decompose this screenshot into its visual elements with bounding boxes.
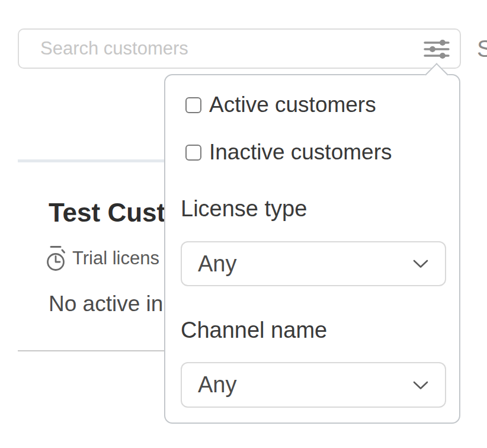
inactive-customers-checkbox[interactable] [185,145,201,161]
inactive-customers-checkbox-row[interactable]: Inactive customers [185,139,392,165]
active-customers-checkbox[interactable] [185,97,201,113]
customers-page: Test Cust Trial licens No active in S [0,0,487,448]
inactive-customers-label: Inactive customers [209,140,392,165]
filter-popover: Active customers Inactive customers Lice… [164,74,460,424]
customer-status-text: No active in [49,292,167,316]
section-divider-accent [18,159,164,162]
sliders-icon [424,39,450,59]
channel-name-select[interactable]: Any [181,362,446,408]
active-customers-label: Active customers [209,92,376,117]
chevron-down-icon [413,260,428,268]
clipped-right-text: S [477,36,487,62]
license-type-select[interactable]: Any [181,241,446,286]
timer-icon [46,245,66,272]
license-type-text: Trial licens [72,248,159,269]
customer-name: Test Cust [49,198,167,228]
license-type-select-value: Any [198,251,236,277]
channel-name-field-label: Channel name [181,318,327,343]
chevron-down-icon [413,381,428,390]
license-row: Trial licens [46,244,167,273]
active-customers-checkbox-row[interactable]: Active customers [185,92,376,118]
license-type-field-label: License type [181,196,307,222]
filter-button[interactable] [424,38,452,60]
search-box [18,28,461,69]
channel-name-select-value: Any [198,372,236,398]
search-input[interactable] [40,30,408,68]
card-divider [18,350,164,351]
